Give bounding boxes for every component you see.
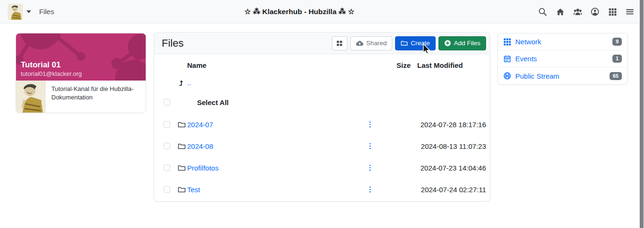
search-icon[interactable] <box>537 7 548 17</box>
home-icon[interactable] <box>555 7 565 17</box>
table-row: Test ⋮ 2024-07-24 02:27:11 <box>158 179 486 200</box>
files-panel: Files Shared Create Add Files <box>154 32 490 202</box>
file-modified: 2024-07-24 02:27:11 <box>411 186 486 194</box>
network-grid-icon <box>504 38 511 46</box>
column-header-name: Name <box>187 61 361 69</box>
column-header-modified: Last Modified <box>411 61 486 69</box>
level-up-icon <box>176 79 187 86</box>
table-header-row: Name Size Last Modified <box>158 56 486 74</box>
file-modified: 2024-08-13 11:07:23 <box>411 142 486 150</box>
add-files-button-label: Add Files <box>454 40 480 47</box>
site-title: ☆ ⁂ Klackerhub - Hubzilla ⁂ ☆ <box>244 8 355 16</box>
channel-banner: Tutorial 01 tutorial01@klacker.org <box>16 33 146 81</box>
account-icon[interactable] <box>590 7 600 17</box>
channel-menu-button[interactable] <box>8 4 31 20</box>
file-modified: 2024-07-23 14:04:46 <box>411 164 486 172</box>
add-files-button[interactable]: Add Files <box>438 36 486 50</box>
table-row: Profilfotos ⋮ 2024-07-23 14:04:46 <box>158 157 486 179</box>
folder-icon <box>176 164 187 172</box>
channel-description: Tutorial-Kanal für die Hubzilla-Dokument… <box>46 81 140 113</box>
app-link-files[interactable]: Files <box>39 8 54 16</box>
parent-dir-link[interactable]: .. <box>187 79 191 87</box>
sidebar-item-label: Events <box>515 55 537 63</box>
folder-link[interactable]: Test <box>187 186 200 194</box>
table-row: 2024-08 ⋮ 2024-08-13 11:07:23 <box>158 135 486 157</box>
column-header-size: Size <box>380 61 411 69</box>
avatar <box>8 4 23 20</box>
shared-button[interactable]: Shared <box>350 36 393 50</box>
count-badge: 1 <box>612 55 622 63</box>
cloud-download-icon <box>356 40 363 47</box>
select-all-row: Select All <box>158 91 486 114</box>
row-menu-icon[interactable]: ⋮ <box>367 120 374 128</box>
count-badge: 65 <box>610 72 622 80</box>
sidebar-item-label: Public Stream <box>515 72 559 80</box>
row-checkbox[interactable] <box>164 186 170 193</box>
files-panel-header: Files Shared Create Add Files <box>154 33 490 54</box>
channel-address: tutorial01@klacker.org <box>21 70 82 77</box>
scrollbar-track[interactable] <box>639 0 644 228</box>
calendar-icon <box>504 55 511 63</box>
folder-link[interactable]: 2024-08 <box>187 142 213 150</box>
count-badge: 9 <box>612 38 622 46</box>
apps-grid-icon[interactable] <box>607 7 618 17</box>
navbar: Files ☆ ⁂ Klackerhub - Hubzilla ⁂ ☆ <box>0 0 644 24</box>
select-all-label: Select All <box>187 98 361 106</box>
view-grid-button[interactable] <box>332 36 347 50</box>
table-row: 2024-07 ⋮ 2024-07-28 18:17:16 <box>158 114 486 135</box>
create-button[interactable]: Create <box>395 36 436 50</box>
menu-icon[interactable] <box>625 7 635 17</box>
banner-text: Tutorial 01 tutorial01@klacker.org <box>21 60 82 77</box>
row-checkbox[interactable] <box>164 143 170 149</box>
page: Files ☆ ⁂ Klackerhub - Hubzilla ⁂ ☆ <box>0 0 644 228</box>
shared-button-label: Shared <box>366 40 387 47</box>
row-checkbox[interactable] <box>164 121 170 128</box>
avatar-image <box>8 4 23 20</box>
right-sidebar: Network 9 Events 1 Public Stream 65 <box>497 33 628 85</box>
channel-card: Tutorial 01 tutorial01@klacker.org Tutor… <box>16 33 146 113</box>
navbar-icons <box>537 0 635 24</box>
row-menu-icon[interactable]: ⋮ <box>367 185 374 193</box>
channel-avatar <box>16 81 46 113</box>
sidebar-item-network[interactable]: Network 9 <box>498 33 627 50</box>
row-menu-icon[interactable]: ⋮ <box>367 163 374 171</box>
group-icon[interactable] <box>572 7 583 17</box>
scrollbar-thumb[interactable] <box>640 0 644 228</box>
caret-down-icon <box>26 10 31 13</box>
parent-dir-row: .. <box>158 74 486 91</box>
row-menu-icon[interactable]: ⋮ <box>367 142 374 150</box>
channel-name: Tutorial 01 <box>21 60 82 70</box>
globe-icon <box>504 72 511 80</box>
files-toolbar: Shared Create Add Files <box>332 36 486 50</box>
sidebar-item-public-stream[interactable]: Public Stream 65 <box>498 67 627 84</box>
folder-icon <box>176 121 187 129</box>
create-button-label: Create <box>411 40 430 47</box>
sidebar-item-events[interactable]: Events 1 <box>498 50 627 67</box>
plus-circle-icon <box>444 40 451 47</box>
folder-link[interactable]: 2024-07 <box>187 121 213 129</box>
row-checkbox[interactable] <box>164 164 170 171</box>
navbar-left: Files <box>8 4 54 20</box>
folder-icon <box>176 142 187 150</box>
select-all-checkbox[interactable] <box>164 99 170 106</box>
folder-link[interactable]: Profilfotos <box>187 164 219 172</box>
page-title: Files <box>162 37 183 49</box>
files-table: Name Size Last Modified .. Select All <box>154 54 490 200</box>
grid-view-icon <box>336 40 343 47</box>
channel-info: Tutorial-Kanal für die Hubzilla-Dokument… <box>16 81 146 113</box>
folder-icon <box>401 40 408 47</box>
sidebar-item-label: Network <box>515 38 541 46</box>
folder-icon <box>176 186 187 194</box>
file-modified: 2024-07-28 18:17:16 <box>411 121 486 129</box>
avatar-image <box>16 81 46 113</box>
